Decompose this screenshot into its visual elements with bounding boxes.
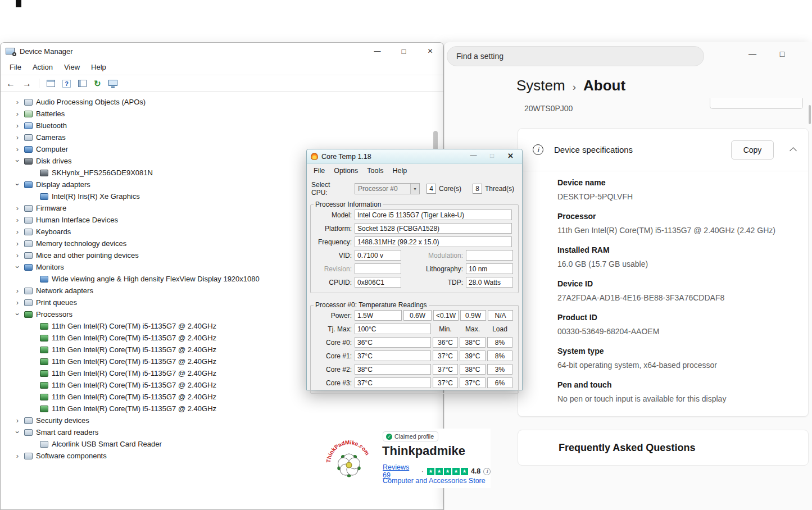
power-label: Power:: [314, 312, 355, 320]
cpuid-field: 0x806C1: [355, 277, 401, 288]
ct-menu-options[interactable]: Options: [329, 167, 362, 175]
camera-icon: [24, 134, 33, 141]
chevron-right-icon[interactable]: ›: [13, 134, 22, 141]
ct-window-controls: — □ ✕: [464, 149, 520, 163]
tree-item[interactable]: ›Batteries: [1, 108, 443, 120]
cpu-selector-value: Processor #0: [355, 185, 410, 193]
settings-scrollbar-thumb[interactable]: [809, 105, 811, 124]
tree-item[interactable]: ›Audio Processing Objects (APOs): [1, 96, 443, 108]
display-icon: [40, 193, 48, 200]
chevron-down-icon[interactable]: ›: [14, 428, 21, 437]
tree-item-label: 11th Gen Intel(R) Core(TM) i5-1135G7 @ 2…: [52, 393, 216, 401]
breadcrumb-system[interactable]: System: [516, 77, 565, 94]
dot-separator: ·: [421, 467, 424, 475]
chevron-right-icon[interactable]: ›: [13, 122, 22, 129]
chevron-right-icon[interactable]: ›: [13, 204, 22, 212]
ct-minimize-icon[interactable]: —: [464, 149, 483, 162]
ct-menubar: FileOptionsToolsHelp: [307, 164, 522, 177]
copy-button[interactable]: Copy: [731, 140, 774, 160]
network-icon: [24, 288, 33, 294]
chevron-right-icon[interactable]: ›: [13, 417, 22, 424]
spec-value: DESKTOP-5PQLVFH: [557, 191, 793, 202]
tree-item[interactable]: ›Cameras: [1, 131, 443, 143]
back-icon[interactable]: ←: [6, 79, 15, 88]
platform-field: Socket 1528 (FCBGA1528): [355, 223, 512, 234]
chevron-right-icon[interactable]: ›: [13, 228, 22, 235]
console-view-icon[interactable]: [47, 80, 55, 87]
processor-icon: [40, 370, 48, 377]
printer-icon: [24, 299, 33, 306]
chevron-right-icon[interactable]: ›: [13, 145, 22, 153]
processor-icon: [40, 406, 48, 412]
chevron-down-icon[interactable]: ›: [14, 157, 21, 166]
help-icon[interactable]: ?: [62, 80, 71, 88]
tdp-field: 28.0 Watts: [466, 277, 513, 288]
device-specifications-card: i Device specifications Copy Device name…: [518, 128, 809, 417]
ct-menu-tools[interactable]: Tools: [362, 167, 388, 175]
device-manager-app-icon: [6, 48, 15, 54]
monitor-icon: [24, 264, 33, 271]
cpu-selector-dropdown[interactable]: Processor #0 ▾: [355, 183, 420, 194]
forward-icon[interactable]: →: [22, 79, 31, 88]
tree-item-label: 11th Gen Intel(R) Core(TM) i5-1135G7 @ 2…: [52, 404, 216, 413]
scan-hardware-icon[interactable]: ↻: [94, 79, 101, 88]
bluetooth-icon: [24, 122, 33, 129]
settings-maximize-icon[interactable]: □: [769, 42, 795, 66]
monitor-icon: [40, 276, 48, 283]
chevron-right-icon[interactable]: ›: [13, 98, 22, 106]
store-link[interactable]: Computer and Accessories Store: [383, 477, 486, 485]
smartcard-icon: [24, 429, 33, 436]
dm-menu-file[interactable]: File: [4, 63, 27, 71]
chevron-down-icon[interactable]: ›: [14, 310, 21, 319]
core-max-field: 39°C: [460, 350, 486, 361]
rating-info-icon[interactable]: i: [483, 468, 491, 475]
chevron-right-icon[interactable]: ›: [13, 252, 22, 259]
chevron-down-icon[interactable]: ›: [14, 180, 21, 189]
chevron-right-icon[interactable]: ›: [13, 299, 22, 306]
close-icon[interactable]: ✕: [417, 43, 443, 60]
model-field: Intel Core i5 1135G7 (Tiger Lake-U): [355, 210, 512, 220]
spec-value: 16.0 GB (15.7 GB usable): [557, 258, 793, 270]
faq-section[interactable]: Frequently Asked Questions: [518, 430, 809, 466]
chevron-up-icon[interactable]: [790, 147, 797, 154]
ct-menu-file[interactable]: File: [309, 167, 329, 175]
tree-item[interactable]: ›Bluetooth: [1, 120, 443, 131]
tree-item-label: Print queues: [36, 298, 77, 307]
maximize-icon[interactable]: □: [391, 43, 417, 60]
rename-pc-button-partial[interactable]: [710, 98, 803, 109]
breadcrumb: System › About: [516, 77, 625, 94]
check-icon: ✓: [386, 434, 392, 440]
tree-item-label: Computer: [36, 145, 68, 153]
minimize-icon[interactable]: —: [364, 43, 391, 60]
ct-close-icon[interactable]: ✕: [501, 149, 520, 162]
power-field: 0.9W: [460, 310, 486, 321]
core-load-field: 6%: [487, 377, 512, 388]
chevron-right-icon[interactable]: ›: [13, 240, 22, 247]
dm-menu-help[interactable]: Help: [85, 63, 112, 71]
chevron-down-icon[interactable]: ›: [14, 263, 21, 272]
computer-icon: [24, 146, 33, 153]
device-specifications-header[interactable]: i Device specifications Copy: [518, 129, 808, 171]
ct-menu-help[interactable]: Help: [388, 167, 411, 175]
lithography-field: 10 nm: [466, 263, 513, 274]
properties-icon[interactable]: [78, 80, 87, 87]
tree-item[interactable]: ›Security devices: [1, 415, 443, 426]
core-temp-row: Core #3:37°C37°C37°C6%: [314, 377, 515, 388]
chevron-right-icon[interactable]: ›: [13, 452, 22, 459]
monitor-toolbar-icon[interactable]: [108, 80, 117, 86]
dm-menu-action[interactable]: Action: [27, 63, 58, 71]
spec-label: Device name: [557, 178, 793, 187]
tree-item-label: Bluetooth: [36, 121, 67, 130]
dm-menu-view[interactable]: View: [58, 63, 85, 71]
settings-minimize-icon[interactable]: —: [740, 42, 765, 66]
chevron-right-icon[interactable]: ›: [13, 110, 22, 117]
chevron-right-icon[interactable]: ›: [13, 216, 22, 224]
tree-item-label: Firmware: [36, 204, 66, 212]
core-row-label: Core #0:: [314, 339, 355, 347]
core-min-field: 37°C: [433, 350, 458, 361]
tree-item[interactable]: 11th Gen Intel(R) Core(TM) i5-1135G7 @ 2…: [1, 403, 443, 415]
chevron-right-icon[interactable]: ›: [13, 287, 22, 294]
settings-search-input[interactable]: [447, 46, 704, 66]
select-cpu-label: Select CPU:: [311, 181, 346, 197]
breadcrumb-separator-icon: ›: [573, 81, 576, 93]
